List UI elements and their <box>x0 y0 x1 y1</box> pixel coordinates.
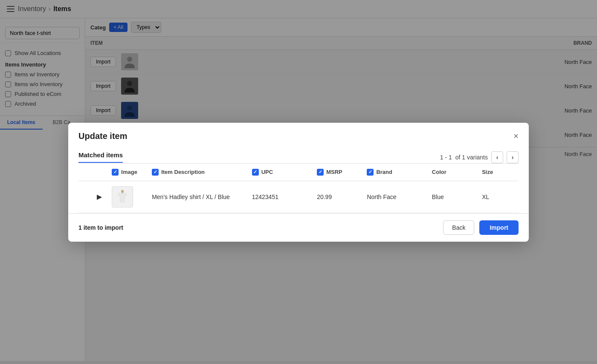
modal-body: Matched items 1 - 1 of 1 variants ‹ › <box>68 148 529 213</box>
update-item-modal: Update item × Matched items 1 - 1 of 1 v… <box>68 123 529 242</box>
modal-close-button[interactable]: × <box>513 132 519 140</box>
upc-column-checkbox[interactable] <box>252 169 259 176</box>
import-count: 1 item to import <box>78 224 123 231</box>
row-check <box>78 181 93 213</box>
row-description: Men's Hadley shirt / XL / Blue <box>148 181 249 213</box>
row-upc: 12423451 <box>249 181 313 213</box>
table-row: ▶ <box>78 181 519 213</box>
footer-actions: Back Import <box>443 220 519 235</box>
col-check <box>78 164 93 181</box>
col-image-header: Image <box>108 164 148 181</box>
brand-column-checkbox[interactable] <box>367 169 374 176</box>
modal-header: Update item × <box>68 123 529 148</box>
pagination-current: 1 - 1 <box>440 154 452 161</box>
modal-table: Image Item Description <box>78 164 519 213</box>
matched-label: Matched items <box>78 151 123 163</box>
row-expand[interactable]: ▶ <box>93 181 108 213</box>
modal-title: Update item <box>78 131 127 141</box>
col-desc-header: Item Description <box>148 164 249 181</box>
prev-page-button[interactable]: ‹ <box>491 151 503 163</box>
image-column-checkbox[interactable] <box>112 169 119 176</box>
table-header-row: Image Item Description <box>78 164 519 181</box>
row-color: Blue <box>429 181 478 213</box>
col-brand-header: Brand <box>363 164 428 181</box>
row-brand: North Face <box>363 181 428 213</box>
col-size-header: Size <box>478 164 519 181</box>
import-button-primary[interactable]: Import <box>479 220 519 235</box>
svg-point-9 <box>121 190 124 193</box>
modal-footer: 1 item to import Back Import <box>68 213 529 242</box>
product-image <box>112 186 133 208</box>
next-page-button[interactable]: › <box>507 151 519 163</box>
pagination: 1 - 1 of 1 variants ‹ › <box>440 151 519 163</box>
msrp-column-checkbox[interactable] <box>317 169 324 176</box>
row-size: XL <box>478 181 519 213</box>
col-upc-header: UPC <box>249 164 313 181</box>
row-image <box>108 181 148 213</box>
modal-overlay: Update item × Matched items 1 - 1 of 1 v… <box>0 0 597 364</box>
row-msrp: 20.99 <box>313 181 363 213</box>
matched-header: Matched items 1 - 1 of 1 variants ‹ › <box>78 148 519 163</box>
pagination-total: of 1 variants <box>455 154 488 161</box>
back-button[interactable]: Back <box>443 220 474 235</box>
desc-column-checkbox[interactable] <box>152 169 159 176</box>
col-expand <box>93 164 108 181</box>
col-msrp-header: MSRP <box>313 164 363 181</box>
expand-icon[interactable]: ▶ <box>97 193 102 200</box>
col-color-header: Color <box>429 164 478 181</box>
